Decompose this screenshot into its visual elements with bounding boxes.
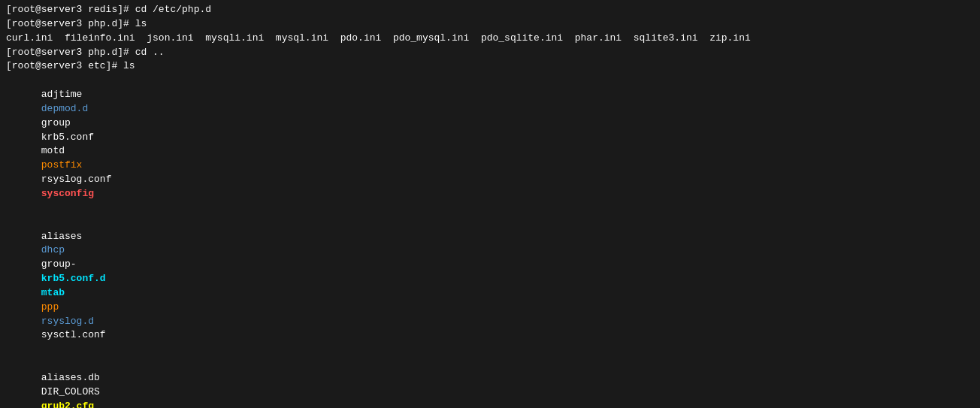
cmd-line-1: [root@server3 redis]# cd /etc/php.d: [6, 3, 974, 17]
cmd-line-5: [root@server3 etc]# ls: [6, 59, 974, 74]
ls-row-1: adjtime depmod.d group krb5.conf motd po…: [6, 74, 974, 215]
ls-output: adjtime depmod.d group krb5.conf motd po…: [6, 74, 974, 408]
cmd-line-3: curl.ini fileinfo.ini json.ini mysqli.in…: [6, 32, 974, 46]
terminal: [root@server3 redis]# cd /etc/php.d [roo…: [0, 0, 980, 408]
ls-row-2: aliases dhcp group- krb5.conf.d mtab ppp…: [6, 216, 974, 357]
ls-row-3: aliases.db DIR_COLORS grub2.cfg ld.so.ca…: [6, 357, 974, 408]
cmd-line-4: [root@server3 php.d]# cd ..: [6, 46, 974, 60]
cmd-line-2: [root@server3 php.d]# ls: [6, 17, 974, 32]
